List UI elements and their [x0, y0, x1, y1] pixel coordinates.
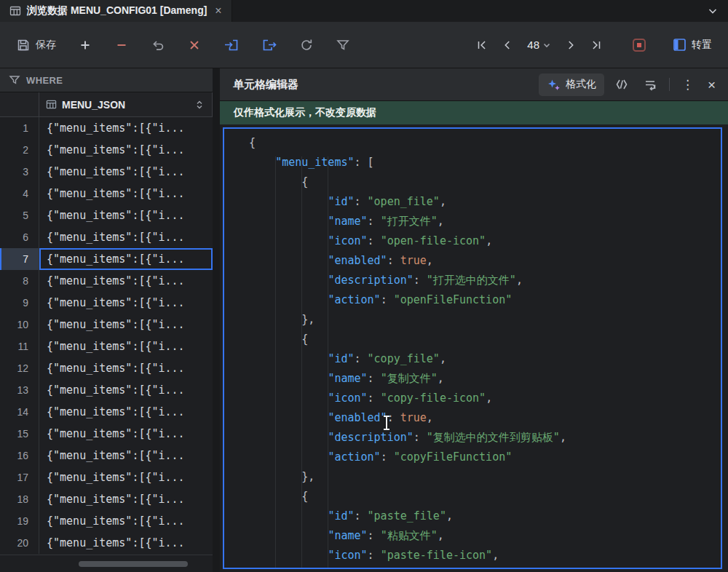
cell-menu-json[interactable]: {"menu_items":[{"i... [39, 139, 213, 161]
table-row[interactable]: 20{"menu_items":[{"i... [0, 532, 213, 554]
undo-button[interactable] [146, 33, 170, 57]
chevron-left-icon [501, 39, 514, 52]
sort-arrows-icon[interactable] [194, 99, 205, 111]
first-page-button[interactable] [471, 34, 493, 56]
cell-menu-json[interactable]: {"menu_items":[{"i... [39, 117, 213, 139]
format-button[interactable]: 格式化 [539, 74, 604, 96]
stop-button[interactable] [628, 33, 651, 57]
table-row[interactable]: 8{"menu_items":[{"i... [0, 270, 213, 292]
cell-menu-json[interactable]: {"menu_items":[{"i... [39, 270, 213, 292]
row-number[interactable]: 16 [0, 445, 39, 466]
transpose-icon [673, 38, 687, 52]
row-number[interactable]: 5 [0, 204, 39, 226]
delete-row-button[interactable] [110, 33, 133, 57]
last-page-button[interactable] [585, 34, 607, 56]
column-header-menu-json[interactable]: MENU_JSON [39, 92, 213, 116]
row-number[interactable]: 13 [0, 379, 39, 401]
cell-menu-json[interactable]: {"menu_items":[{"i... [39, 401, 213, 423]
grid-header-row: MENU_JSON [0, 92, 213, 117]
prev-page-button[interactable] [496, 34, 518, 56]
next-page-button[interactable] [560, 34, 582, 56]
code-line: "enabled": true, [249, 251, 721, 271]
row-number[interactable]: 11 [0, 335, 39, 357]
where-label: WHERE [26, 75, 63, 86]
more-options-button[interactable]: ⋮ [678, 75, 697, 95]
table-row[interactable]: 4{"menu_items":[{"i... [0, 183, 213, 204]
table-row[interactable]: 5{"menu_items":[{"i... [0, 204, 213, 226]
row-number[interactable]: 7 [0, 248, 39, 270]
page-size-dropdown[interactable]: 48 [522, 35, 556, 55]
tabs-overflow-button[interactable] [697, 0, 728, 22]
table-row[interactable]: 10{"menu_items":[{"i... [0, 314, 213, 335]
row-number[interactable]: 10 [0, 314, 39, 335]
row-number[interactable]: 8 [0, 270, 39, 292]
cell-menu-json[interactable]: {"menu_items":[{"i... [39, 466, 213, 488]
row-number[interactable]: 19 [0, 510, 39, 532]
table-row[interactable]: 1{"menu_items":[{"i... [0, 117, 213, 139]
table-row[interactable]: 12{"menu_items":[{"i... [0, 357, 213, 379]
cell-editor-content[interactable]: { "menu_items": [ { "id": "open_file", "… [224, 129, 721, 568]
row-number[interactable]: 18 [0, 488, 39, 510]
cell-value-editor[interactable]: { "menu_items": [ { "id": "open_file", "… [223, 127, 722, 569]
save-button[interactable]: 保存 [12, 33, 60, 57]
table-row[interactable]: 18{"menu_items":[{"i... [0, 488, 213, 510]
table-row[interactable]: 3{"menu_items":[{"i... [0, 161, 213, 183]
row-number[interactable]: 2 [0, 139, 39, 161]
table-row[interactable]: 14{"menu_items":[{"i... [0, 401, 213, 423]
code-line: "action": "openFileFunction" [249, 290, 721, 310]
add-row-button[interactable] [74, 33, 97, 57]
cell-menu-json[interactable]: {"menu_items":[{"i... [39, 314, 213, 335]
row-number[interactable]: 6 [0, 226, 39, 248]
row-number[interactable]: 17 [0, 466, 39, 488]
table-row[interactable]: 13{"menu_items":[{"i... [0, 379, 213, 401]
export-data-button[interactable] [257, 33, 282, 57]
table-row[interactable]: 19{"menu_items":[{"i... [0, 510, 213, 532]
table-row[interactable]: 17{"menu_items":[{"i... [0, 466, 213, 488]
code-line: { [249, 487, 721, 507]
where-filter-bar[interactable]: WHERE [0, 68, 213, 92]
row-number[interactable]: 20 [0, 532, 39, 554]
row-number[interactable]: 12 [0, 357, 39, 379]
cell-menu-json[interactable]: {"menu_items":[{"i... [39, 532, 213, 554]
cell-menu-json[interactable]: {"menu_items":[{"i... [39, 248, 213, 270]
soft-wrap-button[interactable] [639, 74, 661, 95]
table-row[interactable]: 15{"menu_items":[{"i... [0, 423, 213, 445]
revert-button[interactable] [183, 33, 206, 57]
cell-menu-json[interactable]: {"menu_items":[{"i... [39, 335, 213, 357]
close-editor-button[interactable]: × [704, 74, 719, 95]
horizontal-scrollbar-thumb[interactable] [79, 561, 188, 567]
row-number[interactable]: 14 [0, 401, 39, 423]
cell-menu-json[interactable]: {"menu_items":[{"i... [39, 226, 213, 248]
cell-menu-json[interactable]: {"menu_items":[{"i... [39, 161, 213, 183]
cell-menu-json[interactable]: {"menu_items":[{"i... [39, 183, 213, 204]
table-row[interactable]: 9{"menu_items":[{"i... [0, 292, 213, 314]
row-number[interactable]: 3 [0, 161, 39, 183]
compare-button[interactable] [611, 74, 633, 95]
horizontal-scrollbar[interactable] [0, 555, 213, 572]
row-number[interactable]: 4 [0, 183, 39, 204]
table-row[interactable]: 11{"menu_items":[{"i... [0, 335, 213, 357]
refresh-button[interactable] [295, 33, 318, 57]
table-row[interactable]: 6{"menu_items":[{"i... [0, 226, 213, 248]
filter-button[interactable] [331, 33, 355, 57]
cell-menu-json[interactable]: {"menu_items":[{"i... [39, 488, 213, 510]
panel-splitter[interactable] [213, 68, 220, 572]
transpose-button[interactable]: 转置 [668, 33, 716, 56]
cell-menu-json[interactable]: {"menu_items":[{"i... [39, 204, 213, 226]
grid-corner-cell[interactable] [0, 92, 39, 116]
import-data-button[interactable] [219, 33, 244, 57]
table-row[interactable]: 2{"menu_items":[{"i... [0, 139, 213, 161]
table-row[interactable]: 16{"menu_items":[{"i... [0, 445, 213, 466]
cell-menu-json[interactable]: {"menu_items":[{"i... [39, 292, 213, 314]
table-row[interactable]: 7{"menu_items":[{"i... [0, 248, 213, 270]
row-number[interactable]: 15 [0, 423, 39, 445]
cell-menu-json[interactable]: {"menu_items":[{"i... [39, 379, 213, 401]
tab-browse-data[interactable]: 浏览数据 MENU_CONFIG01 [Dameng] × [0, 0, 232, 22]
cell-menu-json[interactable]: {"menu_items":[{"i... [39, 423, 213, 445]
cell-menu-json[interactable]: {"menu_items":[{"i... [39, 445, 213, 466]
row-number[interactable]: 1 [0, 117, 39, 139]
row-number[interactable]: 9 [0, 292, 39, 314]
cell-menu-json[interactable]: {"menu_items":[{"i... [39, 510, 213, 532]
tab-close-icon[interactable]: × [215, 5, 221, 17]
cell-menu-json[interactable]: {"menu_items":[{"i... [39, 357, 213, 379]
